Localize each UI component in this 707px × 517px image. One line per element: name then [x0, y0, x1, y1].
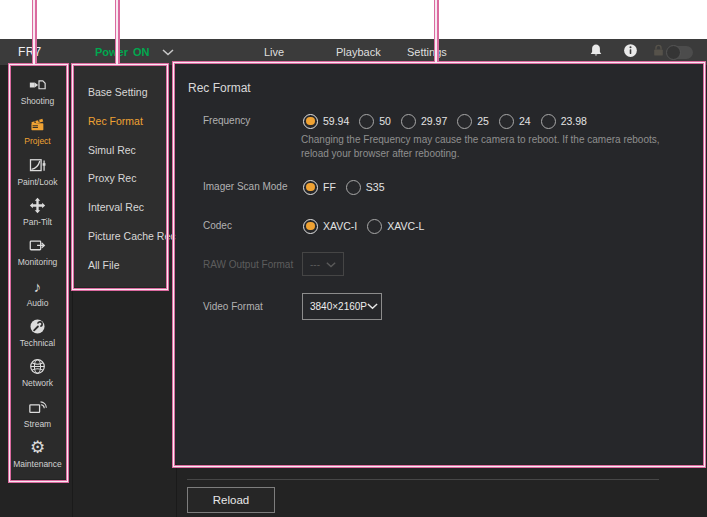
radio-selected-icon: [303, 180, 318, 195]
frequency-label: Frequency: [203, 115, 250, 126]
radio-icon: [359, 114, 374, 129]
video-format-label: Video Format: [203, 301, 263, 312]
radio-frequency-23-98[interactable]: 23.98: [541, 114, 587, 129]
settings-submenu: Base Setting Rec Format Simul Rec Proxy …: [73, 78, 166, 280]
radio-option-label: S35: [366, 181, 385, 193]
lock-icon: [651, 43, 666, 62]
sidebar-item-label: Pan-Tilt: [23, 217, 52, 227]
submenu-item-proxy-rec[interactable]: Proxy Rec: [73, 164, 166, 193]
monitoring-icon: [29, 237, 46, 254]
operation-lock-indicator: [651, 39, 666, 65]
radio-selected-icon: [303, 114, 318, 129]
brand-label: FR7: [18, 39, 42, 65]
footer-divider: [187, 479, 659, 480]
radio-selected-icon: [303, 219, 318, 234]
raw-output-format-label: RAW Output Format: [203, 259, 293, 270]
radio-frequency-25[interactable]: 25: [457, 114, 489, 129]
sidebar-item-label: Monitoring: [18, 257, 58, 267]
submenu-item-picture-cache-rec[interactable]: Picture Cache Rec: [73, 222, 166, 251]
radio-frequency-59-94[interactable]: 59.94: [303, 114, 349, 129]
radio-codec-xavc-l[interactable]: XAVC-L: [367, 219, 424, 234]
sidebar-nav: Shooting Project: [8, 69, 67, 474]
submenu-item-simul-rec[interactable]: Simul Rec: [73, 136, 166, 165]
info-button[interactable]: [623, 39, 638, 65]
sidebar-item-label: Network: [22, 378, 53, 388]
stream-icon: [29, 399, 47, 416]
radio-codec-xavc-i[interactable]: XAVC-I: [303, 219, 357, 234]
chevron-down-icon: [367, 301, 378, 312]
radio-icon: [346, 180, 361, 195]
raw-output-format-select[interactable]: ---: [302, 252, 344, 276]
radio-icon: [401, 114, 416, 129]
reload-button[interactable]: Reload: [187, 487, 275, 513]
tab-live[interactable]: Live: [264, 39, 284, 65]
radio-frequency-29-97[interactable]: 29.97: [401, 114, 447, 129]
power-label: Power: [95, 46, 128, 58]
radio-icon: [457, 114, 472, 129]
submenu-item-interval-rec[interactable]: Interval Rec: [73, 193, 166, 222]
sidebar-item-maintenance[interactable]: ⚙ Maintenance: [8, 434, 67, 474]
notifications-button[interactable]: [588, 39, 604, 65]
tab-settings[interactable]: Settings: [407, 39, 447, 65]
submenu-item-base-setting[interactable]: Base Setting: [73, 78, 166, 107]
radio-imager-ff[interactable]: FF: [303, 180, 336, 195]
sidebar-item-monitoring[interactable]: Monitoring: [8, 232, 67, 272]
sidebar-item-label: Stream: [24, 419, 51, 429]
imager-scan-mode-radio-group: FF S35: [303, 178, 385, 196]
sidebar-item-label: Project: [24, 136, 50, 146]
video-format-select[interactable]: 3840×2160P: [302, 293, 382, 320]
radio-option-label: FF: [323, 181, 336, 193]
toggle-off-icon: [667, 46, 693, 59]
technical-wrench-icon: [29, 318, 46, 335]
fr7-web-app: FR7 Power ON Live Playback Settings: [0, 0, 707, 517]
frequency-radio-group: 59.94 50 29.97 25 24 23.98: [303, 112, 587, 130]
info-icon: [623, 43, 638, 62]
chevron-down-icon: [162, 49, 174, 56]
sidebar-item-shooting[interactable]: Shooting: [8, 71, 67, 111]
sidebar-item-label: Shooting: [21, 96, 55, 106]
sidebar-item-label: Paint/Look: [17, 177, 57, 187]
topbar: FR7 Power ON Live Playback Settings: [0, 39, 707, 65]
maintenance-gear-icon: ⚙: [30, 439, 45, 456]
radio-option-label: 24: [519, 115, 531, 127]
radio-option-label: 25: [477, 115, 489, 127]
sidebar-item-technical[interactable]: Technical: [8, 313, 67, 353]
chevron-down-icon: [326, 259, 336, 270]
radio-icon: [541, 114, 556, 129]
bell-icon: [588, 43, 604, 62]
codec-label: Codec: [203, 220, 232, 231]
sidebar-item-paint-look[interactable]: Paint/Look: [8, 152, 67, 192]
submenu-item-rec-format[interactable]: Rec Format: [73, 107, 166, 136]
tab-playback[interactable]: Playback: [336, 39, 381, 65]
sidebar-item-stream[interactable]: Stream: [8, 393, 67, 433]
radio-option-label: XAVC-L: [387, 220, 424, 232]
power-status-dropdown[interactable]: Power ON: [95, 39, 174, 65]
radio-option-label: 50: [379, 115, 391, 127]
shooting-icon: [29, 76, 46, 93]
sidebar-item-project[interactable]: Project: [8, 111, 67, 151]
codec-radio-group: XAVC-I XAVC-L: [303, 217, 424, 235]
raw-output-format-value: ---: [310, 259, 320, 270]
frequency-reboot-note: Changing the Frequency may cause the cam…: [301, 133, 686, 161]
pan-tilt-icon: [29, 197, 46, 214]
sidebar-item-pan-tilt[interactable]: Pan-Tilt: [8, 192, 67, 232]
paint-look-icon: [29, 157, 46, 174]
radio-option-label: 23.98: [561, 115, 587, 127]
clapperboard-icon: [29, 116, 46, 133]
sidebar-item-label: Maintenance: [13, 459, 62, 469]
sidebar-item-audio[interactable]: ♪ Audio: [8, 272, 67, 312]
page-title: Rec Format: [188, 81, 251, 95]
radio-icon: [499, 114, 514, 129]
radio-option-label: 59.94: [323, 115, 349, 127]
radio-frequency-24[interactable]: 24: [499, 114, 531, 129]
sidebar-item-label: Audio: [27, 298, 49, 308]
radio-option-label: 29.97: [421, 115, 447, 127]
lock-toggle-switch[interactable]: [667, 39, 693, 65]
radio-icon: [367, 219, 382, 234]
imager-scan-mode-label: Imager Scan Mode: [203, 181, 288, 192]
sidebar-item-network[interactable]: Network: [8, 353, 67, 393]
radio-frequency-50[interactable]: 50: [359, 114, 391, 129]
radio-imager-s35[interactable]: S35: [346, 180, 385, 195]
submenu-item-all-file[interactable]: All File: [73, 251, 166, 280]
power-state-value: ON: [133, 46, 150, 58]
